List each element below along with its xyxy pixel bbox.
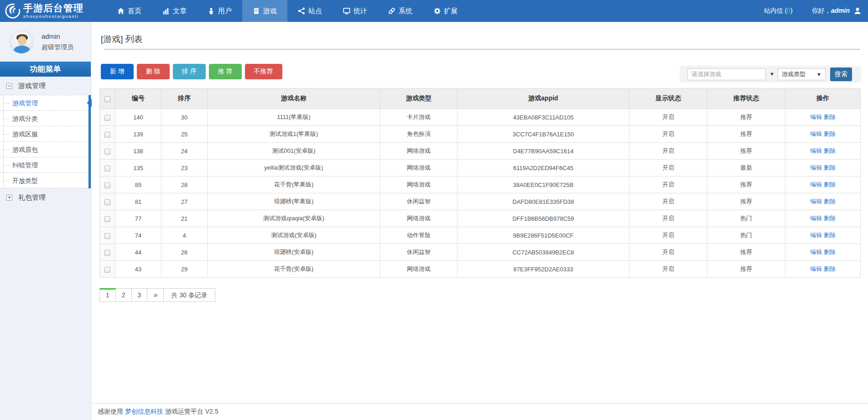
edit-link[interactable]: 编辑 bbox=[810, 265, 822, 272]
table-row: 13824测试001(安卓版)网络游戏D4E77B90AA59C1614开启推荐… bbox=[100, 143, 861, 160]
delete-link[interactable]: 删除 bbox=[824, 249, 836, 255]
edit-link[interactable]: 编辑 bbox=[810, 198, 822, 205]
edit-link[interactable]: 编辑 bbox=[810, 249, 822, 255]
page-button-1[interactable]: 1 bbox=[99, 288, 116, 302]
cell-name: 花千骨(苹果版) bbox=[208, 176, 380, 193]
row-checkbox[interactable] bbox=[104, 216, 110, 222]
nav-item-7[interactable]: 系统 bbox=[378, 0, 423, 22]
game-select-arrow-icon[interactable]: ▼ bbox=[769, 71, 774, 77]
submenu-item-纠错管理[interactable]: 纠错管理 bbox=[0, 157, 88, 173]
edit-link[interactable]: 编辑 bbox=[810, 181, 822, 188]
submenu-item-游戏分类[interactable]: 游戏分类 bbox=[0, 111, 88, 126]
search-button[interactable]: 搜索 bbox=[830, 67, 852, 81]
home-icon bbox=[117, 7, 125, 15]
next-page-button[interactable]: » bbox=[147, 288, 164, 302]
nav-item-3[interactable]: 用户 bbox=[197, 0, 242, 22]
cell-display-status: 开启 bbox=[629, 193, 707, 210]
delete-link[interactable]: 删除 bbox=[824, 215, 836, 222]
user-avatar bbox=[10, 30, 33, 54]
edit-link[interactable]: 编辑 bbox=[810, 215, 822, 222]
delete-link[interactable]: 删除 bbox=[824, 147, 836, 154]
edit-link[interactable]: 编辑 bbox=[810, 232, 822, 239]
delete-link[interactable]: 删除 bbox=[824, 198, 836, 205]
cell-sort: 28 bbox=[161, 176, 208, 193]
nav-item-1[interactable]: 首页 bbox=[107, 0, 152, 22]
table-row: 4329花千骨(安卓版)网络游戏87E3FF952D2AE0333开启推荐编辑删… bbox=[100, 261, 861, 278]
delete-button[interactable]: 删 除 bbox=[137, 64, 170, 79]
cell-recommend-status: 推荐 bbox=[707, 176, 785, 193]
column-header-3: 游戏名称 bbox=[208, 88, 380, 109]
sort-button[interactable]: 排 序 bbox=[173, 64, 206, 79]
cell-type: 动作冒险 bbox=[380, 227, 457, 244]
submenu-item-游戏原包[interactable]: 游戏原包 bbox=[0, 142, 88, 157]
delete-link[interactable]: 删除 bbox=[824, 265, 836, 272]
cell-recommend-status: 推荐 bbox=[707, 143, 785, 160]
add-button[interactable]: 新 增 bbox=[101, 64, 134, 79]
cell-appid: 43EBA08F3C11AD105 bbox=[457, 109, 629, 126]
collapse-icon[interactable]: − bbox=[6, 83, 12, 89]
app-logo: 手游后台管理 shouyouhoutaiguanli bbox=[0, 0, 91, 22]
cell-actions: 编辑删除 bbox=[785, 210, 861, 227]
page-button-2[interactable]: 2 bbox=[116, 288, 132, 302]
cell-name: 测试游戏qiaqia(安卓版) bbox=[208, 210, 380, 227]
cell-display-status: 开启 bbox=[629, 227, 707, 244]
row-checkbox[interactable] bbox=[104, 267, 110, 273]
edit-link[interactable]: 编辑 bbox=[810, 164, 822, 171]
delete-link[interactable]: 删除 bbox=[824, 130, 836, 137]
unrecommend-button[interactable]: 不推荐 bbox=[245, 64, 282, 79]
cell-recommend-status: 推荐 bbox=[707, 109, 785, 126]
row-checkbox[interactable] bbox=[104, 233, 110, 239]
row-checkbox[interactable] bbox=[104, 132, 110, 138]
edit-link[interactable]: 编辑 bbox=[810, 114, 822, 120]
expand-icon[interactable]: + bbox=[6, 195, 12, 201]
delete-link[interactable]: 删除 bbox=[824, 114, 836, 120]
menu-group-1[interactable]: −游戏管理 bbox=[0, 77, 91, 95]
row-checkbox[interactable] bbox=[104, 182, 110, 188]
edit-link[interactable]: 编辑 bbox=[810, 147, 822, 154]
row-checkbox[interactable] bbox=[104, 199, 110, 205]
nav-item-4[interactable]: 游戏 bbox=[242, 0, 287, 22]
submenu-item-开放类型[interactable]: 开放类型 bbox=[0, 173, 88, 188]
menu-group-2[interactable]: +礼包管理 bbox=[0, 188, 91, 207]
delete-link[interactable]: 删除 bbox=[824, 232, 836, 239]
cell-id: 44 bbox=[115, 244, 161, 261]
bar-chart-icon bbox=[162, 7, 170, 15]
nav-item-8[interactable]: 扩展 bbox=[423, 0, 468, 22]
row-checkbox[interactable] bbox=[104, 115, 110, 121]
row-checkbox[interactable] bbox=[104, 149, 110, 155]
footer-text: 感谢使用 bbox=[98, 408, 123, 416]
monitor-icon bbox=[343, 7, 350, 15]
cell-appid: CC72AB503849B2EC8 bbox=[457, 244, 629, 261]
cell-id: 139 bbox=[115, 126, 161, 143]
row-checkbox[interactable] bbox=[104, 166, 110, 171]
footer: 感谢使用 梦创信息科技 游戏运营平台 V2.5 bbox=[92, 403, 868, 420]
main-nav: 首页文章用户游戏站点统计系统扩展 bbox=[107, 0, 468, 22]
footer-company-link[interactable]: 梦创信息科技 bbox=[125, 408, 163, 416]
cell-name: 测试游戏(安卓版) bbox=[208, 227, 380, 244]
delete-link[interactable]: 删除 bbox=[824, 181, 836, 188]
cell-name: 测试001(安卓版) bbox=[208, 143, 380, 160]
select-all-checkbox[interactable] bbox=[104, 96, 110, 102]
table-row: 140301111(苹果版)卡片游戏43EBA08F3C11AD105开启推荐编… bbox=[100, 109, 861, 126]
user-avatar-icon[interactable] bbox=[853, 7, 862, 15]
game-select[interactable]: 请选择游戏 ▼ bbox=[687, 68, 766, 80]
row-checkbox[interactable] bbox=[104, 250, 110, 256]
nav-item-label: 扩展 bbox=[444, 7, 457, 16]
submenu-item-游戏区服[interactable]: 游戏区服 bbox=[0, 126, 88, 142]
edit-link[interactable]: 编辑 bbox=[810, 130, 822, 137]
nav-item-6[interactable]: 统计 bbox=[333, 0, 378, 22]
game-type-select[interactable]: 游戏类型 ▼ bbox=[778, 68, 826, 80]
cell-sort: 29 bbox=[161, 261, 208, 278]
nav-item-2[interactable]: 文章 bbox=[152, 0, 197, 22]
cell-recommend-status: 推荐 bbox=[707, 126, 785, 143]
recommend-button[interactable]: 推 荐 bbox=[209, 64, 242, 79]
page-button-3[interactable]: 3 bbox=[132, 288, 148, 302]
nav-item-label: 站点 bbox=[308, 7, 322, 16]
messages-link[interactable]: 站内信 (0) bbox=[764, 7, 793, 15]
delete-link[interactable]: 删除 bbox=[824, 164, 836, 171]
cell-actions: 编辑删除 bbox=[785, 227, 861, 244]
submenu-item-游戏管理[interactable]: 游戏管理 bbox=[0, 95, 88, 111]
share-nodes-icon bbox=[298, 7, 305, 15]
nav-item-5[interactable]: 站点 bbox=[287, 0, 333, 22]
nav-item-label: 统计 bbox=[353, 7, 367, 16]
